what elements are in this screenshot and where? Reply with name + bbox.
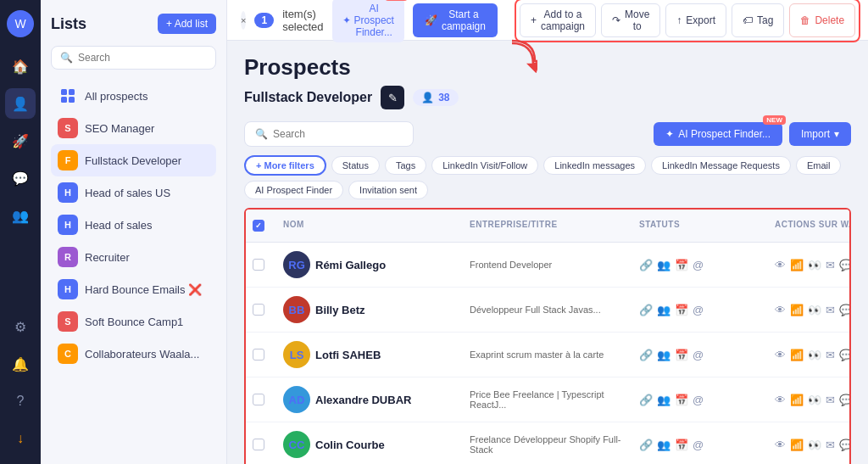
sidebar-item-fullstack[interactable]: F Fullstack Developer [51, 144, 216, 176]
nav-settings[interactable]: ⚙ [5, 311, 36, 342]
calendar-icon[interactable]: 📅 [675, 394, 688, 406]
filter-tab-linkedin-message-requests[interactable]: LinkedIn Message Requests [651, 156, 791, 175]
chat-icon[interactable]: 💬 [839, 259, 851, 271]
link-icon[interactable]: 🔗 [639, 304, 653, 316]
sidebar-item-all-prospects[interactable]: All prospects [51, 80, 216, 112]
signal-icon[interactable]: 📶 [790, 439, 804, 451]
view-icon[interactable]: 👀 [808, 394, 821, 406]
envelope-icon[interactable]: ✉ [826, 439, 835, 451]
link-icon[interactable]: 🔗 [639, 394, 653, 406]
edit-list-button[interactable]: ✎ [381, 86, 404, 109]
group-icon[interactable]: 👥 [657, 349, 670, 361]
row-checkbox[interactable] [253, 394, 264, 405]
sidebar-item-recruiter[interactable]: R Recruiter [51, 241, 216, 273]
view-icon[interactable]: 👀 [808, 349, 821, 361]
import-button[interactable]: Import ▾ [789, 122, 851, 146]
eye-icon[interactable]: 👁 [775, 394, 786, 406]
eye-icon[interactable]: 👁 [775, 439, 786, 451]
row-checkbox[interactable] [253, 259, 264, 271]
mail-icon[interactable]: @ [693, 439, 704, 451]
filter-tab-ai-prospect-finder[interactable]: AI Prospect Finder [244, 181, 343, 199]
group-icon[interactable]: 👥 [657, 304, 670, 316]
signal-icon[interactable]: 📶 [790, 304, 804, 316]
row-checkbox[interactable] [253, 439, 264, 450]
filter-tab-email[interactable]: Email [796, 156, 842, 175]
row-checkbox[interactable] [253, 349, 264, 361]
group-icon[interactable]: 👥 [657, 394, 670, 406]
close-selection-button[interactable]: × [241, 11, 246, 30]
select-all-checkbox[interactable]: ✓ [253, 220, 264, 232]
view-icon[interactable]: 👀 [808, 439, 821, 451]
sidebar-item-head[interactable]: H Head of sales [51, 209, 216, 241]
nav-help[interactable]: ? [5, 386, 36, 416]
filter-tab-status[interactable]: Status [331, 156, 380, 175]
envelope-icon[interactable]: ✉ [826, 349, 835, 361]
sidebar-item-seo[interactable]: S SEO Manager [51, 112, 216, 144]
sidebar-item-head-us[interactable]: H Head of sales US [51, 176, 216, 209]
filter-tab-invitation-sent[interactable]: Invitation sent [348, 181, 428, 199]
app-logo[interactable]: W [7, 10, 34, 37]
eye-icon[interactable]: 👁 [775, 259, 786, 271]
ai-prospect-finder-button[interactable]: ✦ AI Prospect Finder... NEW [654, 122, 782, 146]
envelope-icon[interactable]: ✉ [826, 304, 835, 316]
ai-new-badge-top: NEW [385, 0, 408, 1]
add-list-button[interactable]: + Add list [158, 14, 216, 34]
row-checkbox[interactable] [253, 304, 264, 316]
group-icon[interactable]: 👥 [657, 439, 670, 451]
tag-button[interactable]: 🏷 Tag [732, 3, 784, 37]
eye-icon[interactable]: 👁 [775, 304, 786, 316]
link-icon[interactable]: 🔗 [639, 259, 653, 271]
tag-label: Tag [757, 14, 773, 26]
view-icon[interactable]: 👀 [808, 259, 821, 271]
chat-icon[interactable]: 💬 [839, 394, 851, 406]
group-icon[interactable]: 👥 [657, 259, 670, 271]
chat-icon[interactable]: 💬 [839, 349, 851, 361]
nav-collapse[interactable]: ↓ [5, 423, 36, 454]
filter-tab-linkedin-messages[interactable]: LinkedIn messages [543, 156, 646, 175]
export-button[interactable]: ↑ Export [665, 3, 726, 37]
delete-button[interactable]: 🗑 Delete [789, 3, 855, 37]
mail-icon[interactable]: @ [693, 259, 704, 271]
filter-tab-linkedin-visit/follow[interactable]: LinkedIn Visit/Follow [431, 156, 538, 175]
ai-prospect-finder-top-button[interactable]: ✦ AI Prospect Finder... NEW [332, 0, 404, 42]
link-icon[interactable]: 🔗 [639, 349, 653, 361]
link-icon[interactable]: 🔗 [639, 439, 653, 451]
signal-icon[interactable]: 📶 [790, 259, 804, 271]
nav-team[interactable]: 👥 [5, 200, 36, 231]
prospects-search-input[interactable] [273, 128, 403, 140]
sidebar-search-input[interactable] [78, 52, 207, 64]
more-filters-button[interactable]: + More filters [244, 155, 326, 176]
calendar-icon[interactable]: 📅 [675, 349, 688, 361]
calendar-icon[interactable]: 📅 [675, 259, 688, 271]
signal-icon[interactable]: 📶 [790, 394, 804, 406]
move-to-button[interactable]: ↷ Move to [601, 3, 660, 37]
prospects-search-box[interactable]: 🔍 [244, 121, 414, 147]
add-to-campaign-button[interactable]: + Add to a campaign [520, 3, 596, 37]
nav-notifications[interactable]: 🔔 [5, 349, 36, 379]
chat-icon[interactable]: 💬 [839, 439, 851, 451]
sidebar-item-collaborateurs[interactable]: C Collaborateurs Waala... [51, 338, 216, 370]
svg-rect-0 [61, 89, 67, 95]
mail-icon[interactable]: @ [693, 349, 704, 361]
add-to-campaign-label: Add to a campaign [541, 8, 585, 32]
filter-tab-tags[interactable]: Tags [385, 156, 426, 175]
chat-icon[interactable]: 💬 [839, 304, 851, 316]
sidebar-item-hard-bounce[interactable]: H Hard Bounce Emails ❌ [51, 273, 216, 305]
envelope-icon[interactable]: ✉ [826, 394, 835, 406]
sidebar-item-soft-bounce[interactable]: S Soft Bounce Camp1 [51, 305, 216, 338]
mail-icon[interactable]: @ [693, 394, 704, 406]
mail-icon[interactable]: @ [693, 304, 704, 316]
calendar-icon[interactable]: 📅 [675, 304, 688, 316]
eye-icon[interactable]: 👁 [775, 349, 786, 361]
sidebar-search-box[interactable]: 🔍 [51, 46, 216, 70]
nav-prospects[interactable]: 👤 [5, 88, 36, 119]
calendar-icon[interactable]: 📅 [675, 439, 688, 451]
start-campaign-button[interactable]: 🚀 Start a campaign [413, 3, 498, 37]
nav-home[interactable]: 🏠 [5, 51, 36, 81]
signal-icon[interactable]: 📶 [790, 349, 804, 361]
view-icon[interactable]: 👀 [808, 304, 821, 316]
list-item-label: Soft Bounce Camp1 [85, 316, 183, 328]
nav-campaigns[interactable]: 🚀 [5, 126, 36, 156]
envelope-icon[interactable]: ✉ [826, 259, 835, 271]
nav-messages[interactable]: 💬 [5, 163, 36, 193]
